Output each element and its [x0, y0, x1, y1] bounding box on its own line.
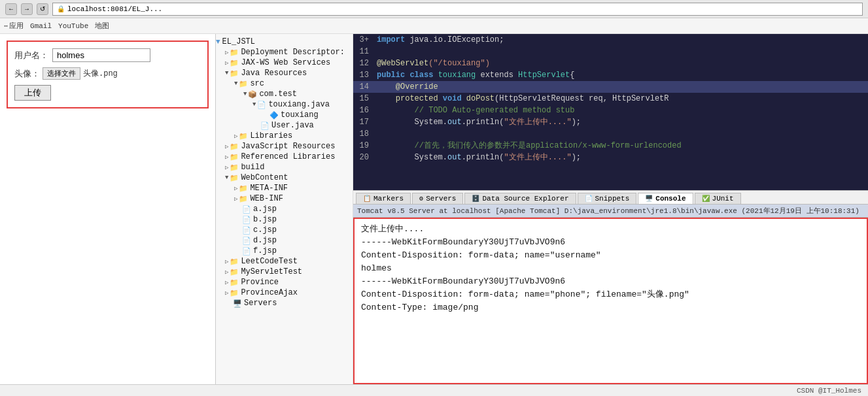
tree-container: ▷📁Deployment Descriptor:▷📁JAX-WS Web Ser…	[216, 47, 353, 308]
tree-label: touxiang	[281, 110, 319, 120]
code-text: System.out.println("文件上传中....");	[374, 152, 868, 163]
expand-icon[interactable]: ▷	[225, 49, 228, 56]
tree-item[interactable]: ▷📁LeetCodeTest	[216, 256, 353, 267]
line-number: 13	[353, 69, 374, 81]
file-icon: 📁	[239, 80, 248, 88]
tree-item[interactable]: ▼📦com.test	[216, 89, 353, 99]
tree-label: f.jsp	[253, 246, 277, 256]
console-tab-console[interactable]: 🖥️Console	[638, 193, 693, 204]
expand-icon[interactable]: ▷	[234, 195, 237, 203]
choose-file-button[interactable]: 选择文件	[43, 67, 80, 80]
tab-label: Markers	[373, 195, 404, 203]
tree-label: build	[241, 163, 264, 172]
expand-icon[interactable]: ▷	[225, 258, 228, 265]
tree-item[interactable]: ▷📁MyServletTest	[216, 267, 353, 277]
username-row: 用户名：	[14, 48, 201, 62]
tab-icon: 🗄️	[472, 195, 479, 203]
expand-icon[interactable]: ▷	[225, 289, 228, 297]
file-icon: 📁	[239, 195, 248, 203]
console-line: 文件上传中....	[361, 223, 860, 236]
tree-label: d.jsp	[253, 236, 277, 245]
bookmark-gmail[interactable]: Gmail	[30, 22, 52, 30]
tree-item[interactable]: ▼📁WebContent	[216, 173, 353, 183]
console-tab-servers[interactable]: ⚙️Servers	[412, 193, 463, 204]
tree-item[interactable]: ▷📁Referenced Libraries	[216, 152, 353, 162]
expand-icon[interactable]: ▼	[252, 101, 256, 108]
tree-item[interactable]: 📄b.jsp	[216, 214, 353, 225]
expand-icon[interactable]: ▷	[225, 279, 228, 286]
username-input[interactable]	[52, 48, 150, 62]
file-icon: 📁	[230, 278, 239, 287]
code-line: 3+import java.io.IOException;	[353, 34, 868, 46]
avatar-row: 头像： 选择文件 头像.png	[14, 67, 201, 80]
tree-label: User.java	[271, 121, 314, 130]
console-output[interactable]: 文件上传中....------WebKitFormBoundaryY30UjT7…	[353, 218, 868, 384]
expand-icon[interactable]: ▼	[225, 70, 228, 76]
console-tab-data-source-explorer[interactable]: 🗄️Data Source Explorer	[464, 193, 576, 204]
expand-icon[interactable]: ▷	[225, 143, 228, 150]
tree-item[interactable]: 📄f.jsp	[216, 246, 353, 256]
tree-item[interactable]: 📄c.jsp	[216, 225, 353, 235]
tree-item[interactable]: ▷📁Province	[216, 277, 353, 288]
tree-item[interactable]: ▷📁build	[216, 162, 353, 173]
forward-button[interactable]: →	[21, 3, 33, 15]
expand-icon[interactable]: ▷	[225, 269, 228, 276]
console-tab-markers[interactable]: 📋Markers	[356, 193, 411, 204]
bookmark-apps[interactable]: ⋯ 应用	[4, 21, 24, 31]
expand-icon[interactable]: ▷	[225, 164, 228, 171]
expand-icon[interactable]: ▷	[234, 133, 237, 140]
console-line: ------WebKitFormBoundaryY30UjT7uVbJVO9n6	[361, 236, 860, 249]
bookmark-maps[interactable]: 地图	[95, 21, 109, 31]
file-icon: 📄	[242, 216, 251, 224]
tab-icon: 🖥️	[645, 195, 653, 203]
file-icon: 📁	[239, 184, 248, 193]
expand-icon[interactable]: ▼	[234, 80, 237, 87]
tree-item[interactable]: ▼📁Java Resources	[216, 68, 353, 78]
tree-item[interactable]: 🖥️Servers	[216, 298, 353, 308]
line-number: 18	[353, 128, 374, 140]
code-line: 18	[353, 128, 868, 140]
refresh-button[interactable]: ↺	[37, 3, 48, 15]
file-icon: 📁	[230, 153, 239, 161]
tree-label: a.jsp	[253, 205, 277, 214]
console-tab-junit[interactable]: ✅JUnit	[695, 193, 741, 204]
code-text: import java.io.IOException;	[374, 34, 868, 46]
expand-icon[interactable]: ▼	[243, 91, 247, 97]
bookmark-youtube[interactable]: YouTube	[58, 22, 88, 30]
tree-label: touxiang.java	[268, 100, 330, 109]
tree-label: Province	[241, 278, 279, 287]
back-button[interactable]: ←	[5, 3, 17, 15]
expand-icon[interactable]: ▷	[225, 154, 228, 161]
lock-icon: 🔒	[57, 5, 65, 13]
tree-item[interactable]: ▼📁src	[216, 78, 353, 89]
tree-item[interactable]: ▷📁JavaScript Resources	[216, 141, 353, 152]
tree-item[interactable]: ▷📁ProvinceAjax	[216, 288, 353, 298]
code-line: 14 @Override	[353, 81, 868, 93]
submit-button[interactable]: 上传	[14, 85, 51, 101]
tree-item[interactable]: ▷📁JAX-WS Web Services	[216, 58, 353, 68]
tree-item[interactable]: ▷📁WEB-INF	[216, 193, 353, 204]
tree-item[interactable]: ▷📁Libraries	[216, 131, 353, 141]
tree-item[interactable]: ▷📁META-INF	[216, 183, 353, 193]
tab-label: JUnit	[712, 195, 734, 203]
tree-label: META-INF	[250, 184, 288, 193]
tree-item[interactable]: 📄d.jsp	[216, 235, 353, 246]
tree-item[interactable]: ▼📄touxiang.java	[216, 99, 353, 110]
line-number: 20	[353, 152, 374, 163]
tree-item[interactable]: 🔷touxiang	[216, 110, 353, 120]
expand-icon[interactable]: ▼	[225, 174, 228, 181]
expand-icon[interactable]: ▷	[234, 185, 237, 192]
address-bar[interactable]: 🔒 localhost:8081/EL_J...	[52, 3, 863, 16]
tree-item[interactable]: 📄User.java	[216, 120, 353, 131]
file-icon: 📁	[230, 69, 239, 78]
tab-label: Console	[655, 195, 686, 203]
tree-item[interactable]: ▷📁Deployment Descriptor:	[216, 47, 353, 58]
tree-root[interactable]: ▼ EL_JSTL	[216, 37, 353, 47]
status-bar: CSDN @IT_Holmes	[0, 384, 868, 396]
expand-icon[interactable]: ▷	[225, 59, 228, 67]
code-editor[interactable]: 3+import java.io.IOException;1112@WebSer…	[353, 34, 868, 190]
console-tab-snippets[interactable]: 📄Snippets	[578, 193, 637, 204]
tree-item[interactable]: 📄a.jsp	[216, 204, 353, 214]
file-icon: 📁	[230, 268, 239, 276]
file-icon: 📦	[248, 90, 257, 99]
